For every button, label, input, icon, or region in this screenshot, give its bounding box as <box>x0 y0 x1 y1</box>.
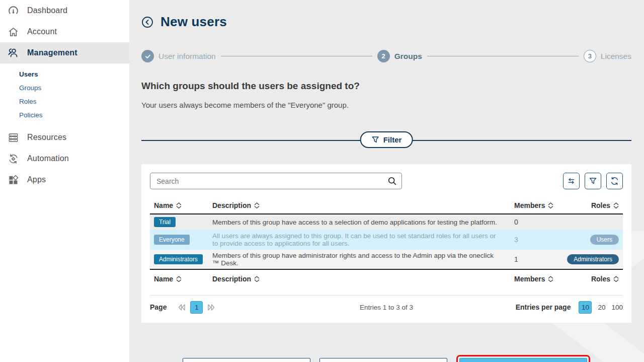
sidebar-item-label: Management <box>27 48 77 57</box>
users-icon <box>7 46 20 59</box>
groups-table: Name Description Members Roles <box>150 198 623 290</box>
filter-button[interactable]: Filter <box>360 131 413 148</box>
back-icon[interactable] <box>141 16 153 28</box>
step-number: 2 <box>377 50 390 62</box>
column-label: Name <box>154 275 173 283</box>
sidebar-item-groups[interactable]: Groups <box>19 81 129 95</box>
column-header-roles[interactable]: Roles <box>547 275 623 283</box>
management-subnav: Users Groups Roles Policies <box>0 63 129 127</box>
column-label: Roles <box>591 201 610 209</box>
column-label: Description <box>212 275 251 283</box>
table-row-administrators[interactable]: Administrators Members of this group hav… <box>150 250 623 269</box>
table-row-trial[interactable]: Trial Members of this group have access … <box>150 214 623 230</box>
group-roles <box>547 220 623 224</box>
question-title: Which groups should the users be assigne… <box>141 81 631 92</box>
sidebar-item-label: Apps <box>27 175 46 184</box>
group-name-badge: Administrators <box>154 254 203 264</box>
sidebar-item-policies[interactable]: Policies <box>19 108 129 122</box>
stepper-step-user-information[interactable]: User information <box>141 50 216 62</box>
group-members-count: 1 <box>502 253 547 265</box>
pager: Page 1 <box>150 301 296 314</box>
step-check-icon <box>141 50 154 62</box>
per-page-label: Entries per page <box>516 303 571 311</box>
automation-icon <box>7 152 20 165</box>
step-label: Groups <box>394 52 422 61</box>
column-header-name[interactable]: Name <box>150 275 212 283</box>
wizard-actions: CANCEL BACK NEXT <box>141 355 631 362</box>
sort-icon <box>176 202 182 209</box>
apps-icon <box>7 173 20 186</box>
table-footer-header-row: Name Description Members Roles <box>150 269 623 290</box>
sidebar-item-dashboard[interactable]: Dashboard <box>0 0 129 21</box>
sidebar-item-management[interactable]: Management <box>0 42 129 63</box>
current-page-button[interactable]: 1 <box>190 301 203 314</box>
column-header-members[interactable]: Members <box>502 201 547 209</box>
sidebar-item-automation[interactable]: Automation <box>0 148 129 169</box>
filter-table-button[interactable] <box>585 173 601 189</box>
filter-divider: Filter <box>141 131 631 148</box>
column-header-description[interactable]: Description <box>212 201 502 209</box>
search-input[interactable] <box>150 173 402 189</box>
column-label: Roles <box>591 275 610 283</box>
sidebar-item-resources[interactable]: Resources <box>0 127 129 148</box>
column-header-name[interactable]: Name <box>150 201 212 209</box>
last-page-icon[interactable] <box>207 304 215 311</box>
sort-icon <box>613 276 619 282</box>
server-icon <box>7 131 20 144</box>
sort-icon <box>176 276 182 282</box>
annotation-highlight: NEXT <box>456 355 590 362</box>
step-number: 3 <box>584 50 596 62</box>
search-icon[interactable] <box>387 176 397 186</box>
entries-info: Entries 1 to 3 of 3 <box>296 304 477 311</box>
first-page-icon[interactable] <box>178 304 186 311</box>
sidebar-item-label: Automation <box>27 154 69 163</box>
back-button[interactable]: BACK <box>319 358 447 362</box>
step-label: Licenses <box>601 52 631 61</box>
funnel-icon <box>371 135 380 144</box>
sidebar-item-apps[interactable]: Apps <box>0 169 129 190</box>
cancel-button[interactable]: CANCEL <box>183 358 310 362</box>
column-header-members[interactable]: Members <box>502 275 547 283</box>
group-name-badge: Trial <box>154 217 176 227</box>
gauge-icon <box>7 4 20 17</box>
page-title: New users <box>160 14 227 30</box>
stepper-step-groups[interactable]: 2 Groups <box>377 50 422 62</box>
stepper-step-licenses[interactable]: 3 Licenses <box>584 50 631 62</box>
column-label: Members <box>514 275 545 283</box>
per-page-option-20[interactable]: 20 <box>598 304 605 311</box>
role-pill: Users <box>590 235 619 245</box>
table-toolbar <box>150 173 623 189</box>
role-pill: Administrators <box>567 254 619 264</box>
group-description: All users are always assigned to this gr… <box>212 230 502 249</box>
column-header-description[interactable]: Description <box>212 275 502 283</box>
table-actions <box>563 173 623 189</box>
table-row-everyone[interactable]: Everyone All users are always assigned t… <box>150 230 623 250</box>
per-page-option-100[interactable]: 100 <box>611 304 623 311</box>
column-label: Members <box>514 201 545 209</box>
sidebar-item-users[interactable]: Users <box>19 67 129 81</box>
table-header-row: Name Description Members Roles <box>150 198 623 214</box>
groups-table-card: Name Description Members Roles <box>141 164 631 323</box>
sort-icon <box>254 202 260 209</box>
sidebar-item-label: Resources <box>27 133 66 142</box>
swap-columns-button[interactable] <box>563 173 580 189</box>
sidebar-item-account[interactable]: Account <box>0 21 129 42</box>
per-page-selector: Entries per page 10 20 100 <box>477 301 623 314</box>
sidebar-item-label: Dashboard <box>27 6 67 15</box>
filter-label: Filter <box>383 135 402 144</box>
next-button[interactable]: NEXT <box>459 358 587 362</box>
page-label: Page <box>150 303 167 311</box>
search-box <box>150 173 402 189</box>
sidebar-item-roles[interactable]: Roles <box>19 95 129 108</box>
sidebar: Dashboard Account Management Users Group… <box>0 0 129 362</box>
sort-icon <box>613 202 619 209</box>
group-members-count: 3 <box>502 234 547 246</box>
home-icon <box>7 25 20 38</box>
group-name-badge: Everyone <box>154 235 190 245</box>
refresh-button[interactable] <box>606 173 623 189</box>
per-page-option-10[interactable]: 10 <box>579 301 592 314</box>
column-label: Description <box>212 201 251 209</box>
column-header-roles[interactable]: Roles <box>547 201 623 209</box>
stepper: User information 2 Groups 3 Licenses <box>141 50 631 62</box>
group-members-count: 0 <box>502 216 547 228</box>
